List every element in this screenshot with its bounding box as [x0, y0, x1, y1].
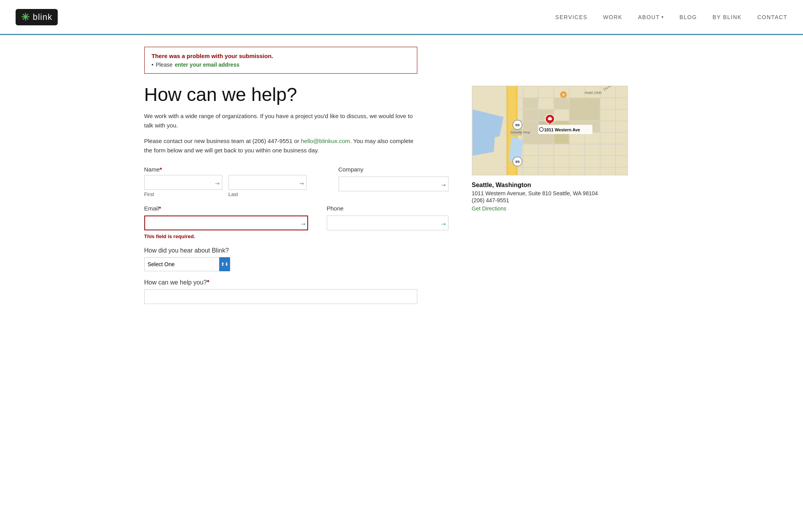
error-message-prefix: Please: [156, 62, 172, 68]
company-input-wrap: ↗: [339, 177, 448, 191]
email-error-message: This field is required.: [144, 233, 308, 239]
nav-work[interactable]: WORK: [603, 14, 622, 20]
address-phone: (206) 447-9551: [472, 197, 628, 203]
map-svg: 99 99 1011 Western Ave Hotel 1000 1st Av…: [472, 86, 628, 175]
last-name-group: ↗ Last: [229, 175, 307, 197]
email-input-wrap: ↗: [144, 216, 308, 230]
logo-text: blink: [33, 12, 52, 22]
address-block: Seattle, Washington 1011 Western Avenue,…: [472, 182, 628, 212]
name-field-group: Name* ↗ First ↗: [144, 166, 320, 197]
svg-text:Curiosity Shop: Curiosity Shop: [510, 131, 530, 134]
first-label: First: [144, 191, 222, 197]
how-help-label: How can we help you?*: [144, 279, 448, 286]
main-container: There was a problem with your submission…: [129, 35, 675, 316]
site-header: ✳ blink SERVICES WORK ABOUT ▾ BLOG BY BL…: [0, 0, 803, 35]
last-name-input[interactable]: [229, 175, 307, 190]
nav-services[interactable]: SERVICES: [555, 14, 588, 20]
svg-point-41: [539, 127, 543, 131]
phone-label: Phone: [327, 205, 448, 212]
hear-about-select-wrap[interactable]: Select OneGoogleReferralSocial MediaEven…: [144, 257, 230, 271]
name-required-star: *: [160, 166, 162, 173]
phone-input-wrap: ↗: [327, 216, 448, 230]
contact-info-text: Please contact our new business team at …: [144, 136, 417, 155]
how-help-input-wrap: [144, 289, 448, 304]
error-box: There was a problem with your submission…: [144, 47, 417, 74]
get-directions-link[interactable]: Get Directions: [472, 205, 507, 212]
email-label: Email*: [144, 205, 308, 212]
svg-rect-25: [569, 98, 599, 120]
svg-text:ff: ff: [562, 93, 564, 97]
company-field-group: Company ↗: [339, 166, 448, 191]
svg-text:Hotel 1000: Hotel 1000: [585, 91, 601, 95]
svg-rect-23: [554, 98, 569, 109]
last-name-input-wrap: ↗: [229, 175, 307, 190]
svg-text:99: 99: [515, 159, 520, 164]
nav-about[interactable]: ABOUT ▾: [638, 14, 664, 20]
error-item: • Please enter your email address: [152, 62, 410, 68]
main-nav: SERVICES WORK ABOUT ▾ BLOG BY BLINK CONT…: [555, 14, 787, 20]
page-title: How can we help?: [144, 85, 448, 105]
svg-rect-28: [523, 133, 553, 144]
email-required-star: *: [159, 205, 161, 212]
how-help-group: How can we help you?*: [144, 279, 448, 304]
svg-rect-20: [523, 110, 538, 120]
svg-rect-21: [523, 98, 538, 109]
hear-about-group: How did you hear about Blink? Select One…: [144, 247, 448, 271]
svg-text:1011 Western Ave: 1011 Western Ave: [544, 127, 580, 132]
first-name-input-wrap: ↗: [144, 175, 222, 190]
svg-text:99: 99: [515, 123, 520, 127]
right-column: 99 99 1011 Western Ave Hotel 1000 1st Av…: [472, 47, 628, 304]
chevron-down-icon: ▾: [661, 15, 664, 19]
error-email-link[interactable]: enter your email address: [175, 62, 239, 68]
address-street: 1011 Western Avenue, Suite 810 Seattle, …: [472, 190, 628, 196]
email-field-group: Email* ↗ This field is required.: [144, 205, 308, 239]
contact-email-link[interactable]: hello@blinkux.com: [301, 138, 350, 144]
logo[interactable]: ✳ blink: [16, 9, 58, 25]
address-city: Seattle, Washington: [472, 182, 628, 189]
map-container: 99 99 1011 Western Ave Hotel 1000 1st Av…: [472, 86, 628, 175]
nav-blog[interactable]: BLOG: [679, 14, 697, 20]
intro-text: We work with a wide range of organizatio…: [144, 111, 417, 130]
left-column: There was a problem with your submission…: [144, 47, 448, 304]
hear-about-label: How did you hear about Blink?: [144, 247, 448, 254]
phone-field-group: Phone ↗: [327, 205, 448, 230]
how-help-input[interactable]: [144, 289, 417, 304]
company-label: Company: [339, 166, 448, 173]
first-name-input[interactable]: [144, 175, 222, 190]
company-input[interactable]: [339, 177, 448, 191]
nav-by-blink[interactable]: BY BLINK: [713, 14, 742, 20]
error-bullet: •: [152, 62, 154, 68]
hear-about-select[interactable]: Select OneGoogleReferralSocial MediaEven…: [144, 257, 230, 271]
email-input[interactable]: [144, 216, 308, 230]
logo-asterisk-icon: ✳: [21, 12, 30, 22]
last-label: Last: [229, 191, 307, 197]
phone-input[interactable]: [327, 216, 448, 230]
name-label: Name*: [144, 166, 320, 173]
error-title: There was a problem with your submission…: [152, 53, 410, 59]
nav-contact[interactable]: CONTACT: [757, 14, 787, 20]
first-name-group: ↗ First: [144, 175, 222, 197]
how-help-required-star: *: [207, 279, 209, 286]
